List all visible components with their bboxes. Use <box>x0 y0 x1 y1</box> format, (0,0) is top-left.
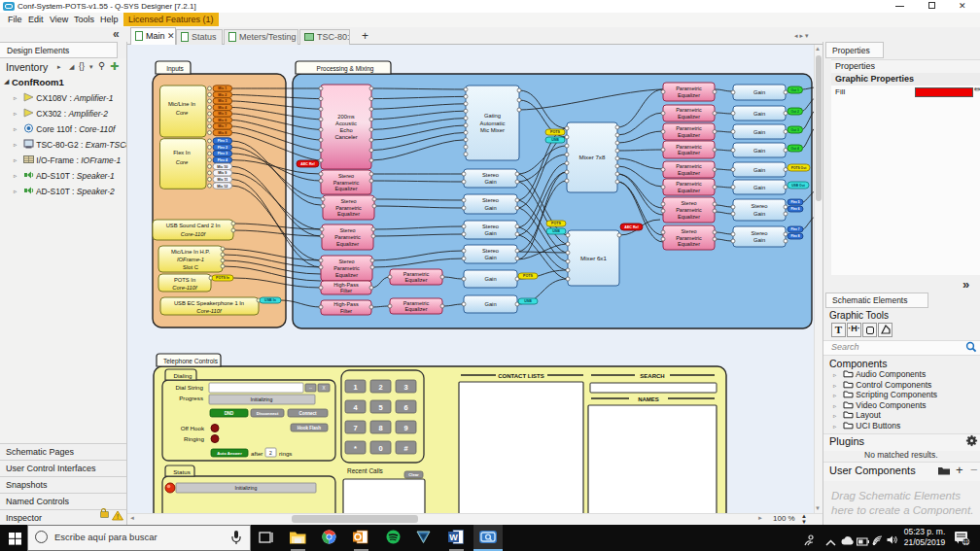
svg-text:Mic 5: Mic 5 <box>218 112 227 116</box>
svg-text:USB In: USB In <box>264 298 276 302</box>
svg-text:Dial String: Dial String <box>175 384 203 391</box>
svg-text:Flex 3: Flex 3 <box>218 152 228 155</box>
svg-text:POTS: POTS <box>550 130 560 134</box>
svg-text:Recent Calls: Recent Calls <box>347 467 384 474</box>
svg-text:11: 11 <box>963 539 969 545</box>
svg-text:Gain: Gain <box>753 148 765 154</box>
svg-text:Parametric: Parametric <box>676 235 702 241</box>
svg-text:Parametric: Parametric <box>676 163 702 169</box>
svg-text:Ringing: Ringing <box>184 435 205 442</box>
svg-text:Parametric: Parametric <box>676 207 702 213</box>
svg-text:USB: USB <box>552 229 560 233</box>
svg-text:6: 6 <box>403 403 407 412</box>
svg-text:Connect: Connect <box>299 411 318 416</box>
svg-text:Stereo: Stereo <box>482 197 499 203</box>
svg-text:Clear: Clear <box>408 472 419 477</box>
svg-text:Gating: Gating <box>484 113 501 119</box>
svg-text:Equalizer: Equalizer <box>337 211 360 217</box>
svg-text:Filter: Filter <box>340 308 352 314</box>
svg-text:USB EC Speakerphone 1 In: USB EC Speakerphone 1 In <box>174 300 244 306</box>
svg-text:Flex 1: Flex 1 <box>218 139 228 143</box>
svg-text:0: 0 <box>378 444 382 453</box>
svg-text:POTS In: POTS In <box>216 276 229 280</box>
svg-text:Core: Core <box>176 159 189 165</box>
svg-text:1: 1 <box>353 383 357 392</box>
svg-text:High-Pass: High-Pass <box>333 301 359 307</box>
svg-text:after: after <box>251 450 262 457</box>
svg-text:Stereo: Stereo <box>681 228 696 234</box>
svg-text:Out 3: Out 3 <box>791 128 800 132</box>
svg-text:Parametric: Parametric <box>676 107 702 113</box>
svg-text:Mic 6: Mic 6 <box>218 119 227 122</box>
svg-text:Equalizer: Equalizer <box>678 114 700 120</box>
svg-text:Equalizer: Equalizer <box>335 272 358 278</box>
svg-text:Parametric: Parametric <box>403 271 430 277</box>
svg-text:Disconnect: Disconnect <box>257 411 279 416</box>
svg-text:Gain: Gain <box>484 276 496 282</box>
svg-text:2: 2 <box>269 450 272 456</box>
svg-text:Automatic: Automatic <box>480 121 506 126</box>
svg-text:Equalizer: Equalizer <box>405 277 428 283</box>
svg-text:Echo: Echo <box>339 127 352 133</box>
svg-text:3: 3 <box>403 383 407 392</box>
svg-text:Gain: Gain <box>484 301 496 307</box>
svg-text:USB Sound Card 2 In: USB Sound Card 2 In <box>166 223 221 228</box>
svg-text:Mic 1: Mic 1 <box>218 86 227 90</box>
svg-text:Flex 6: Flex 6 <box>790 207 799 211</box>
svg-text:Equalizer: Equalizer <box>405 306 428 312</box>
svg-text:Core-110f: Core-110f <box>181 231 207 237</box>
svg-text:Parametric: Parametric <box>403 300 430 306</box>
svg-text:Parametric: Parametric <box>676 144 702 150</box>
svg-text:Acoustic: Acoustic <box>335 121 357 126</box>
svg-text:8: 8 <box>378 424 382 432</box>
svg-text:Equalizer: Equalizer <box>678 92 700 98</box>
svg-text:POTS: POTS <box>523 274 533 278</box>
svg-text:Mic 3: Mic 3 <box>218 99 227 103</box>
svg-text:Equalizer: Equalizer <box>336 241 359 247</box>
svg-text:Inputs: Inputs <box>166 65 184 73</box>
svg-text:W: W <box>449 533 458 542</box>
svg-text:!: ! <box>117 513 119 520</box>
svg-text:Stereo: Stereo <box>340 198 356 204</box>
svg-text:Gain: Gain <box>753 129 765 135</box>
svg-text:Mic/Line In: Mic/Line In <box>168 101 195 107</box>
svg-text:Mic 12: Mic 12 <box>217 185 228 189</box>
svg-text:Mic 10: Mic 10 <box>217 165 228 169</box>
svg-text:Gain: Gain <box>753 111 765 117</box>
svg-text:Flex 2: Flex 2 <box>218 146 228 150</box>
svg-text:Mic 7: Mic 7 <box>218 124 227 128</box>
svg-text:Gain: Gain <box>753 167 765 173</box>
svg-text:CONTACT LISTS: CONTACT LISTS <box>498 373 544 379</box>
svg-text:Mic/Line In H.P.: Mic/Line In H.P. <box>171 249 211 255</box>
svg-text:5: 5 <box>378 403 382 412</box>
svg-text:Initializing: Initializing <box>235 485 258 491</box>
svg-text:2: 2 <box>378 383 382 392</box>
svg-text:Parametric: Parametric <box>676 125 702 131</box>
svg-text:Gain: Gain <box>484 230 496 236</box>
svg-text:AEC Ref: AEC Ref <box>624 225 639 229</box>
svg-text:Filter: Filter <box>340 288 352 293</box>
svg-text:rings: rings <box>279 450 292 457</box>
svg-text:Flex In: Flex In <box>173 150 190 155</box>
svg-text:Stereo: Stereo <box>482 172 499 178</box>
svg-text:Flex 7: Flex 7 <box>790 227 799 231</box>
svg-text:Progress: Progress <box>179 395 203 401</box>
svg-text:SEARCH: SEARCH <box>640 373 664 379</box>
svg-text:Initializing: Initializing <box>251 396 273 402</box>
svg-text:Equalizer: Equalizer <box>678 150 700 155</box>
svg-text:Parametric: Parametric <box>676 181 702 187</box>
svg-text:Slot C: Slot C <box>183 264 198 270</box>
svg-text:Gain: Gain <box>753 211 765 217</box>
svg-text:Gain: Gain <box>484 255 496 260</box>
svg-text:Equalizer: Equalizer <box>678 188 700 193</box>
svg-text:*: * <box>354 444 357 453</box>
svg-text:Stereo: Stereo <box>681 200 696 206</box>
svg-text:7: 7 <box>353 424 357 432</box>
svg-text:Stereo: Stereo <box>482 224 499 229</box>
svg-text:Equalizer: Equalizer <box>678 214 700 220</box>
svg-text:--: -- <box>309 386 312 391</box>
svg-text:Dialing: Dialing <box>174 372 192 379</box>
svg-text:IOFrame-1: IOFrame-1 <box>177 257 204 262</box>
svg-text:Off Hook: Off Hook <box>181 425 205 431</box>
svg-text:Parametric: Parametric <box>333 180 360 186</box>
